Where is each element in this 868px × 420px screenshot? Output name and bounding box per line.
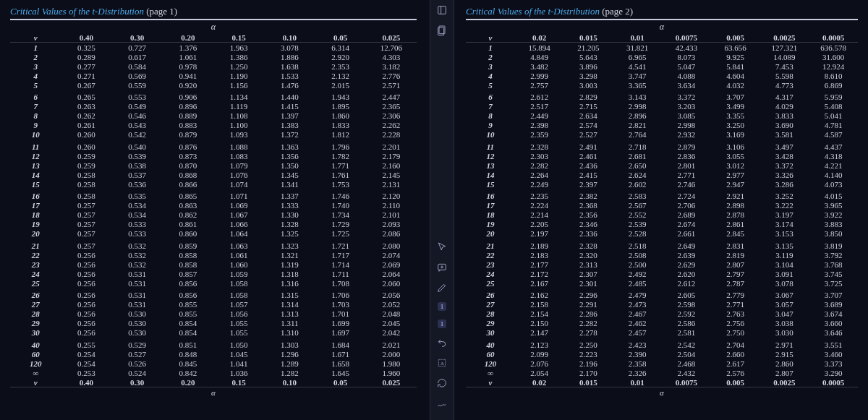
value-cell: 1.386 [213,52,264,61]
value-cell: 1.316 [264,278,315,291]
value-cell: 1.059 [213,269,264,278]
value-cell: 2.998 [662,121,711,130]
df-cell: 6 [466,93,515,102]
df-cell: 1 [466,43,515,53]
title-link[interactable]: Critical Values of the t-Distribution [466,6,602,17]
value-cell: 3.085 [662,111,711,121]
value-cell: 3.690 [760,121,809,130]
page-label: (page 2) [602,6,633,17]
value-cell: 0.727 [112,43,163,53]
value-cell: 2.715 [564,102,613,111]
value-cell: 2.123 [515,340,564,349]
value-cell: 1.860 [315,111,366,121]
value-cell: 2.878 [711,210,760,220]
value-cell: 0.258 [61,179,111,192]
value-cell: 2.398 [515,121,564,130]
value-cell: 3.792 [809,250,858,260]
value-cell: 2.528 [613,229,662,241]
table-row: 160.2580.5350.8651.0711.3371.7462.120 [10,192,417,201]
table-row: 102.3592.5272.7642.9323.1693.5814.587 [466,130,858,142]
value-cell: 0.532 [112,241,163,250]
value-cell: 4.032 [711,80,760,93]
value-cell: 2.479 [613,291,662,300]
value-cell: 2.303 [515,151,564,160]
value-cell: 0.259 [61,151,111,160]
value-cell: 0.856 [163,278,213,291]
alpha-col-footer: 0.0005 [809,377,858,387]
value-cell: 1.061 [163,52,213,61]
value-cell: 2.336 [564,229,613,241]
alpha-footer: α [10,387,417,397]
value-cell: 0.531 [112,300,163,309]
value-cell: 2.504 [662,349,711,359]
value-cell: 2.069 [366,260,417,269]
value-cell: 4.437 [809,142,858,151]
value-cell: 2.382 [564,192,613,201]
value-cell: 2.574 [564,121,613,130]
double-rule [10,19,417,20]
value-cell: 3.660 [809,319,858,328]
df-cell: 27 [10,300,61,309]
value-cell: 2.518 [613,241,662,250]
value-cell: 1.796 [315,142,366,151]
value-cell: 2.390 [613,349,662,359]
table-row: 132.2822.4362.6502.8013.0123.3724.221 [466,160,858,170]
table-row: 162.2352.3822.5832.7242.9213.2524.015 [466,192,858,201]
value-cell: 3.372 [662,93,711,102]
value-cell: 2.704 [711,340,760,349]
alpha-col-header: 0.0025 [760,33,809,43]
value-cell: 0.859 [163,241,213,250]
value-cell: 1.706 [315,291,366,300]
df-cell: 20 [466,229,515,241]
table-row: 52.7573.0033.3653.6344.0324.7736.869 [466,80,858,93]
value-cell: 0.261 [61,121,111,130]
df-cell: ∞ [10,368,61,377]
value-cell: 0.873 [163,151,213,160]
value-cell: 0.584 [112,61,163,71]
value-cell: 2.101 [366,210,417,220]
alpha-col-header: 0.005 [711,33,760,43]
table-row: 400.2550.5290.8511.0501.3031.6842.021 [10,340,417,349]
value-cell: 0.889 [163,111,213,121]
df-cell: 3 [466,61,515,71]
value-cell: 2.307 [564,269,613,278]
value-cell: 31.600 [809,52,858,61]
value-cell: 3.012 [711,160,760,170]
value-cell: 0.256 [61,309,111,319]
page-label: (page 1) [146,6,177,17]
title-link[interactable]: Critical Values of the t-Distribution [10,6,146,17]
table-row: 90.2610.5430.8831.1001.3831.8332.262 [10,121,417,130]
value-cell: 0.254 [61,349,111,359]
value-cell: 6.869 [809,80,858,93]
value-cell: 2.801 [662,160,711,170]
value-cell: 0.858 [163,250,213,260]
value-cell: 1.943 [315,93,366,102]
value-cell: 0.870 [163,160,213,170]
value-cell: 0.262 [61,111,111,121]
value-cell: 2.160 [366,160,417,170]
value-cell: 2.776 [366,71,417,80]
value-cell: 1.323 [264,241,315,250]
value-cell: 3.707 [809,291,858,300]
value-cell: 2.898 [711,201,760,210]
alpha-header: α [10,21,417,33]
value-cell: 2.326 [613,368,662,377]
value-cell: 0.617 [112,52,163,61]
df-cell: 3 [10,61,61,71]
value-cell: 5.041 [809,111,858,121]
value-cell: 3.482 [515,61,564,71]
value-cell: 2.076 [515,359,564,368]
value-cell: 3.883 [809,220,858,229]
value-cell: 2.301 [564,278,613,291]
value-cell: 0.542 [112,130,163,142]
value-cell: 2.649 [662,241,711,250]
table-row: 230.2560.5320.8581.0601.3191.7142.069 [10,260,417,269]
value-cell: 3.707 [711,93,760,102]
df-cell: 28 [10,309,61,319]
value-cell: 2.313 [564,260,613,269]
value-cell: 31.821 [613,43,662,53]
df-cell: 13 [466,160,515,170]
value-cell: 2.467 [613,309,662,319]
value-cell: 0.530 [112,328,163,340]
value-cell: 3.143 [613,93,662,102]
